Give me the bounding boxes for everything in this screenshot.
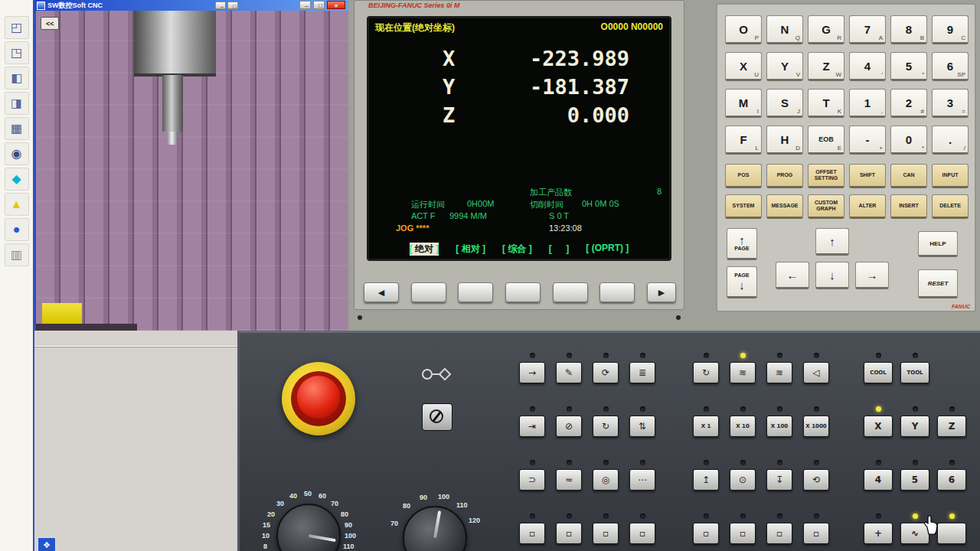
mdi-key[interactable]: X U bbox=[725, 52, 762, 81]
panel-button[interactable]: ≂ bbox=[556, 469, 582, 491]
softkey-button[interactable] bbox=[599, 282, 635, 302]
softkey-button[interactable] bbox=[505, 282, 541, 302]
panel-button[interactable]: + bbox=[864, 523, 893, 544]
panel-button[interactable]: 4 bbox=[864, 469, 893, 491]
mdi-function-key[interactable]: OFFSET SETTING bbox=[808, 164, 844, 188]
panel-button[interactable]: ✎ bbox=[556, 362, 582, 383]
panel-button[interactable]: X 10 bbox=[730, 416, 756, 437]
panel-button[interactable]: ↧ bbox=[766, 469, 792, 491]
cursor-down-key[interactable]: ↓ bbox=[815, 262, 849, 289]
reset-key[interactable]: RESET bbox=[918, 269, 958, 298]
panel-button[interactable]: ⊃ bbox=[519, 469, 545, 491]
mdi-key[interactable]: - + bbox=[849, 126, 886, 155]
softkey-button[interactable] bbox=[411, 282, 446, 302]
panel-button[interactable]: ⇅ bbox=[629, 416, 655, 437]
toolbar-icon[interactable]: ◧ bbox=[5, 67, 29, 90]
panel-button[interactable]: ≋ bbox=[730, 362, 756, 383]
panel-button[interactable]: ↥ bbox=[693, 469, 719, 491]
panel-button[interactable]: ⊘ bbox=[556, 416, 582, 437]
toolbar-icon[interactable]: ▦ bbox=[5, 117, 29, 140]
emergency-stop-button[interactable] bbox=[282, 362, 355, 435]
mdi-key[interactable]: H D bbox=[766, 126, 803, 155]
panel-button[interactable]: ↻ bbox=[593, 416, 619, 437]
softkey-button[interactable]: ▶ bbox=[647, 282, 676, 302]
panel-button[interactable]: X 1 bbox=[693, 416, 719, 437]
panel-button[interactable]: ▫ bbox=[519, 523, 545, 544]
spindle-override-dial[interactable]: 708090100110120 bbox=[374, 477, 496, 551]
mdi-function-key[interactable]: INPUT bbox=[932, 164, 969, 188]
toolbar-icon[interactable]: ▲ bbox=[5, 193, 29, 216]
panel-button[interactable]: ⟳ bbox=[593, 362, 619, 383]
softkey-button[interactable] bbox=[553, 282, 588, 302]
mdi-key[interactable]: 0 * bbox=[890, 126, 927, 155]
panel-button[interactable]: Y bbox=[900, 416, 929, 437]
panel-button[interactable]: ▫ bbox=[593, 523, 619, 544]
toolbar-icon[interactable]: ◳ bbox=[5, 41, 29, 64]
panel-button[interactable]: X bbox=[864, 416, 893, 437]
taskbar-icon[interactable]: ❖ bbox=[38, 537, 56, 551]
cursor-left-key[interactable]: ← bbox=[776, 262, 809, 289]
mdi-key[interactable]: M I bbox=[725, 89, 762, 118]
mdi-key[interactable]: 1 , bbox=[849, 89, 886, 118]
mdi-function-key[interactable]: INSERT bbox=[890, 194, 927, 219]
toolbar-icon[interactable]: ● bbox=[5, 218, 29, 241]
panel-button[interactable]: TOOL bbox=[900, 362, 929, 383]
toolbar-icon[interactable]: ◉ bbox=[5, 142, 29, 165]
cursor-up-key[interactable]: ↑ bbox=[815, 228, 849, 256]
panel-button[interactable]: ≣ bbox=[629, 362, 655, 383]
mdi-function-key[interactable]: SYSTEM bbox=[725, 194, 762, 219]
panel-button[interactable]: ▫ bbox=[803, 523, 829, 544]
toolbar-icon[interactable]: ◆ bbox=[5, 168, 29, 191]
toolbar-icon[interactable]: ▥ bbox=[5, 243, 29, 266]
panel-button[interactable]: 5 bbox=[900, 469, 929, 491]
mdi-key[interactable]: 9 C bbox=[932, 15, 969, 44]
mdi-key[interactable]: . / bbox=[932, 126, 969, 155]
child-minimize-button[interactable]: – bbox=[215, 2, 226, 9]
close-button[interactable]: × bbox=[327, 1, 345, 9]
panel-button[interactable]: ⟲ bbox=[803, 469, 829, 491]
mdi-key[interactable]: Y V bbox=[766, 52, 803, 81]
mdi-function-key[interactable]: ALTER bbox=[849, 194, 886, 219]
mdi-function-key[interactable]: CAN bbox=[890, 164, 927, 188]
mdi-key[interactable]: 7 A bbox=[849, 15, 886, 44]
panel-button[interactable]: ▫ bbox=[730, 523, 756, 544]
mdi-key[interactable]: F L bbox=[725, 126, 762, 155]
panel-button[interactable]: Z bbox=[937, 416, 966, 437]
page-down-key[interactable]: PAGE ↓ bbox=[727, 266, 757, 298]
mdi-function-key[interactable]: CUSTOM GRAPH bbox=[808, 194, 844, 219]
mdi-key[interactable]: Z W bbox=[808, 52, 844, 81]
minimize-button[interactable]: – bbox=[299, 1, 311, 9]
panel-button[interactable]: ◎ bbox=[593, 469, 619, 491]
panel-button[interactable]: ⇥ bbox=[519, 416, 545, 437]
mdi-key[interactable]: 8 B bbox=[890, 15, 927, 44]
panel-button[interactable]: ◁ bbox=[803, 362, 829, 383]
feed-override-dial[interactable]: 246810152030405060708090100110126 bbox=[247, 474, 370, 551]
mdi-function-key[interactable]: DELETE bbox=[932, 194, 969, 219]
collapse-panel-button[interactable]: << bbox=[41, 17, 59, 30]
program-protect-key-switch[interactable] bbox=[422, 403, 452, 431]
toolbar-icon[interactable]: ◨ bbox=[5, 92, 29, 115]
panel-button[interactable]: ⋯ bbox=[629, 469, 655, 491]
mdi-key[interactable]: EOB E bbox=[808, 126, 844, 155]
toolbar-icon[interactable]: ◰ bbox=[5, 16, 29, 39]
cursor-right-key[interactable]: → bbox=[855, 262, 889, 289]
panel-button[interactable]: 6 bbox=[937, 469, 966, 491]
softkey-button[interactable]: ◀ bbox=[364, 282, 399, 302]
mdi-key[interactable]: S J bbox=[766, 89, 803, 118]
mdi-key[interactable]: 3 = bbox=[932, 89, 969, 118]
mdi-function-key[interactable]: SHIFT bbox=[849, 164, 886, 188]
feed-override-knob[interactable] bbox=[276, 504, 341, 551]
mdi-function-key[interactable]: POS bbox=[725, 164, 762, 188]
softkey-button[interactable] bbox=[458, 282, 493, 302]
mdi-function-key[interactable]: PROG bbox=[766, 164, 803, 188]
panel-button[interactable]: ▫ bbox=[766, 523, 792, 544]
machine-3d-viewport[interactable]: << bbox=[34, 11, 348, 331]
mdi-key[interactable]: 5 ″ bbox=[890, 52, 927, 81]
panel-button[interactable] bbox=[937, 523, 966, 544]
mdi-key[interactable]: 2 # bbox=[890, 89, 927, 118]
panel-button[interactable]: ▫ bbox=[693, 523, 719, 544]
panel-button[interactable]: ▫ bbox=[629, 523, 655, 544]
mdi-key[interactable]: T K bbox=[808, 89, 844, 118]
mdi-key[interactable]: G R bbox=[808, 15, 844, 44]
page-up-key[interactable]: ↑ PAGE bbox=[727, 228, 757, 260]
